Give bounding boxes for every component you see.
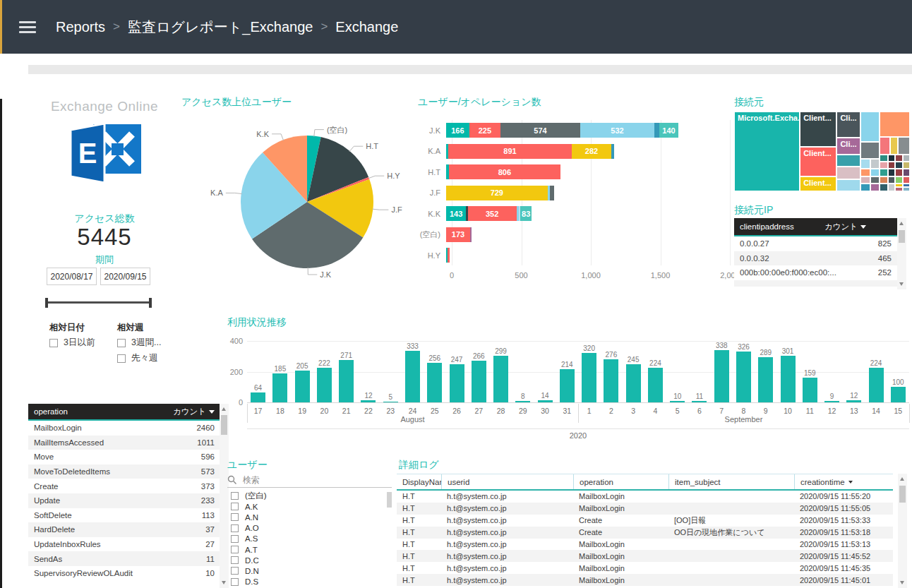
trend-bar[interactable] (869, 368, 884, 402)
trend-bar[interactable] (339, 360, 354, 402)
table-row[interactable]: H.Th.t@system.co.jpMailboxLogin2020/09/1… (397, 574, 893, 586)
table-row[interactable]: HardDelete37 (28, 522, 220, 537)
ip-table-scrollbar[interactable] (897, 218, 906, 289)
column-header[interactable]: DisplayName (397, 474, 441, 489)
user-checkbox-item[interactable]: D.N (227, 565, 392, 576)
bar-segment[interactable]: 83 (520, 206, 532, 221)
treemap-tile[interactable] (903, 162, 910, 169)
column-header[interactable]: userid (441, 474, 573, 489)
table-row[interactable]: SupervisoryReviewOLAudit10 (28, 566, 220, 581)
trend-bar[interactable] (758, 357, 773, 402)
checkbox[interactable] (231, 535, 239, 543)
column-header[interactable]: operation (573, 474, 668, 489)
treemap-tile[interactable] (895, 187, 902, 191)
table-row[interactable]: 0.0.0.27825 (734, 236, 897, 251)
table-row[interactable]: H.Th.t@system.co.jpMailboxLogin2020/09/1… (397, 562, 893, 574)
table-row[interactable]: SendAs11 (28, 551, 220, 566)
treemap-tile[interactable] (880, 155, 887, 162)
trend-bar[interactable] (405, 351, 420, 402)
trend-bar[interactable] (317, 368, 332, 402)
treemap-tile[interactable] (895, 169, 902, 176)
operation-table-header[interactable]: operation カウント (28, 404, 220, 421)
treemap-tile[interactable] (870, 184, 880, 191)
treemap-tile[interactable] (836, 179, 860, 191)
treemap-tile[interactable]: Client... (800, 176, 836, 191)
trend-bar[interactable] (803, 378, 817, 402)
treemap-tile[interactable] (895, 162, 902, 169)
checkbox[interactable] (117, 339, 126, 347)
treemap-tile[interactable] (836, 155, 860, 167)
checkbox[interactable] (231, 546, 239, 553)
trend-bar[interactable] (493, 356, 508, 402)
treemap-tile[interactable] (880, 112, 910, 137)
date-range-slider[interactable] (45, 297, 152, 308)
table-row[interactable]: H.Th.t@system.co.jpMailboxLogin2020/09/1… (397, 503, 893, 515)
hamburger-menu-icon[interactable] (19, 18, 36, 36)
trend-bar[interactable] (295, 371, 310, 402)
trend-bar[interactable] (736, 352, 751, 402)
checkbox[interactable] (49, 339, 58, 347)
trend-bar[interactable] (472, 361, 486, 402)
treemap-tile[interactable] (860, 184, 870, 191)
scroll-down-icon[interactable] (222, 581, 226, 584)
treemap-tile[interactable] (870, 169, 880, 176)
treemap-tile[interactable] (888, 184, 895, 191)
treemap-tile[interactable] (860, 159, 870, 169)
scroll-up-icon[interactable] (899, 222, 904, 225)
table-row[interactable]: H.Th.t@system.co.jpMailboxLogin2020/09/1… (397, 539, 893, 551)
checkbox-option[interactable]: 先々週 (117, 352, 158, 364)
bar-segment[interactable]: 806 (449, 164, 561, 179)
bar-segment[interactable]: 225 (469, 123, 500, 138)
scroll-thumb[interactable] (221, 415, 227, 435)
table-row[interactable]: Create373 (28, 479, 220, 493)
checkbox[interactable] (231, 567, 239, 575)
user-checkbox-item[interactable]: D.C (227, 555, 392, 565)
trend-bar[interactable] (582, 353, 596, 402)
trend-bar[interactable] (427, 363, 442, 402)
treemap-tile[interactable] (903, 176, 910, 184)
treemap-tile[interactable]: Client... (800, 112, 836, 147)
bar-segment[interactable] (448, 248, 450, 263)
date-to-input[interactable]: 2020/09/15 (100, 268, 150, 285)
trend-bar[interactable] (272, 373, 287, 402)
scroll-down-icon[interactable] (900, 581, 904, 584)
trend-bar[interactable] (626, 364, 641, 402)
bar-segment[interactable] (550, 186, 554, 200)
treemap-tile[interactable] (895, 176, 902, 184)
treemap-tile[interactable] (880, 184, 887, 191)
checkbox[interactable] (231, 513, 239, 521)
table-row[interactable]: 0.0.0.32465 (734, 251, 897, 266)
detail-table-scrollbar[interactable] (898, 474, 907, 588)
treemap-tile[interactable] (870, 176, 880, 184)
user-checkbox-item[interactable]: D.S (227, 577, 392, 587)
user-checkbox-item[interactable]: A.N (227, 512, 392, 522)
trend-bar[interactable] (648, 368, 663, 402)
trend-bar[interactable] (846, 400, 861, 402)
treemap-tile[interactable] (880, 169, 887, 176)
trend-bar[interactable] (781, 356, 796, 402)
treemap-tile[interactable]: Client... (800, 147, 836, 176)
trend-bar[interactable] (450, 364, 464, 402)
bar-segment[interactable]: 173 (446, 227, 470, 242)
checkbox-option[interactable]: 3日以前 (49, 337, 95, 349)
trend-bar[interactable] (383, 402, 398, 402)
treemap-tile[interactable] (895, 155, 902, 162)
slider-track[interactable] (48, 301, 149, 304)
scroll-thumb[interactable] (899, 486, 906, 503)
checkbox[interactable] (231, 503, 239, 510)
bar-segment[interactable] (611, 144, 614, 159)
trend-bar[interactable] (670, 401, 685, 402)
bar-segment[interactable]: 891 (448, 144, 572, 159)
table-row[interactable]: H.Th.t@system.co.jpCreateOO日の現地作業について202… (397, 527, 893, 539)
trend-bar[interactable] (361, 400, 376, 402)
treemap-tile[interactable] (903, 187, 910, 191)
trend-bar[interactable] (692, 401, 707, 402)
scroll-thumb[interactable] (899, 230, 905, 243)
breadcrumb-item[interactable]: Reports (56, 19, 105, 35)
treemap-tile[interactable] (880, 137, 890, 155)
treemap-tile[interactable] (860, 142, 880, 159)
user-search-input[interactable]: 検索 (227, 473, 392, 488)
bar-segment[interactable] (654, 123, 659, 138)
treemap-tile[interactable]: Cli... (836, 112, 860, 138)
bar-segment[interactable]: 143 (446, 206, 466, 221)
